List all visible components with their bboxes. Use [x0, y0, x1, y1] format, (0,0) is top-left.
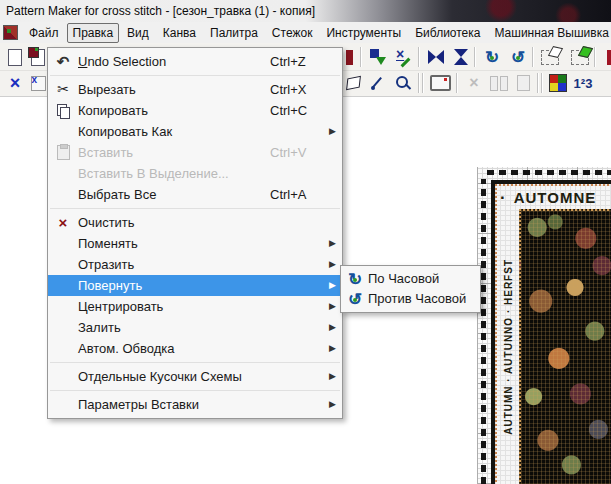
pattern-dot: ·: [500, 189, 507, 206]
menubar-item-file[interactable]: Файл: [23, 23, 65, 43]
rotate-submenu: ↻ По Часовой ↺ Против Часовой: [340, 265, 481, 313]
application-window: Pattern Maker for cross stitch - [сезон_…: [0, 0, 611, 484]
menu-item-cut[interactable]: ✂ Вырезать Ctrl+X: [48, 79, 342, 100]
flip-horizontal-icon[interactable]: [424, 46, 448, 68]
red-x-icon: ×: [53, 212, 73, 233]
pattern-title-band: · AUTOMNE: [500, 187, 611, 208]
fill-selection-color-icon[interactable]: [568, 46, 592, 68]
toolbar-separator: [418, 73, 420, 93]
menu-item-mirror[interactable]: Отразить ▶: [48, 254, 342, 275]
submenu-item-clockwise[interactable]: ↻ По Часовой: [341, 269, 480, 289]
submenu-arrow-icon: ▶: [329, 338, 336, 359]
menu-item-clear[interactable]: × Очистить: [48, 212, 342, 233]
menu-item-fill[interactable]: Залить ▶: [48, 317, 342, 338]
symbols-numbers-icon[interactable]: 1²3: [571, 72, 595, 94]
pattern-title-text: AUTOMNE: [514, 189, 597, 206]
menubar-item-view[interactable]: Вид: [121, 23, 155, 43]
pattern-side-text: AUTUMN · AUTUNNO · HERFST: [503, 259, 514, 435]
edit-menu: ↶ Undo Selection Ctrl+Z ✂ Вырезать Ctrl+…: [47, 47, 343, 419]
paste-icon: [53, 142, 73, 163]
rotate-counterclockwise-icon: ↺: [345, 290, 365, 308]
pattern-left-dashed-stitches: [481, 179, 486, 484]
menu-separator: [50, 75, 340, 76]
submenu-arrow-icon: ▶: [329, 275, 336, 296]
menu-separator: [50, 362, 340, 363]
paint-bucket-icon[interactable]: [341, 72, 365, 94]
menubar-item-palette[interactable]: Палитра: [204, 23, 264, 43]
menu-item-center[interactable]: Центрировать ▶: [48, 296, 342, 317]
submenu-arrow-icon: ▶: [329, 121, 336, 142]
menu-item-auto-outline[interactable]: Автом. Обводка ▶: [48, 338, 342, 359]
toolbar-separator: [532, 47, 534, 67]
menu-item-copy-as[interactable]: Копировать Как ▶: [48, 121, 342, 142]
fill-selection-icon[interactable]: [538, 46, 562, 68]
menu-separator: [50, 208, 340, 209]
menu-item-rotate[interactable]: Повернуть ▶: [48, 275, 342, 296]
full-stitch-icon[interactable]: ×: [3, 72, 27, 94]
menu-item-paste-into-selection: Вставить В Выделение...: [48, 163, 342, 184]
flip-vertical-icon[interactable]: [449, 46, 473, 68]
toolbar-separator: [474, 47, 476, 67]
rotate-clockwise-icon: ↻: [345, 270, 365, 288]
submenu-arrow-icon: ▶: [329, 394, 336, 415]
toolbar-separator: [594, 47, 596, 67]
clipped-toolbar-icon[interactable]: [600, 46, 611, 68]
submenu-arrow-icon: ▶: [329, 317, 336, 338]
rotate-counterclockwise-icon[interactable]: ↺: [506, 46, 530, 68]
menu-item-undo-selection[interactable]: ↶ Undo Selection Ctrl+Z: [48, 51, 342, 72]
paste-region-icon[interactable]: [366, 46, 390, 68]
palette-colors-icon[interactable]: [546, 72, 570, 94]
pattern-frame: · AUTOMNE AUTUMN · AUTUNNO · HERFST: [491, 180, 611, 484]
menu-item-select-all[interactable]: Выбрать Все Ctrl+A: [48, 184, 342, 205]
new-document-icon[interactable]: [3, 46, 27, 68]
pattern-top-dashed-stitches: [487, 170, 611, 175]
submenu-arrow-icon: ▶: [329, 254, 336, 275]
submenu-item-counterclockwise[interactable]: ↺ Против Часовой: [341, 289, 480, 309]
menubar-item-machine-embroidery[interactable]: Машинная Вышивка: [488, 23, 611, 43]
toolbar-separator: [541, 73, 543, 93]
toolbar-separator: [360, 47, 362, 67]
copy-icon: [53, 100, 73, 121]
menu-item-paste: Вставить Ctrl+V: [48, 142, 342, 163]
menubar-item-tools[interactable]: Инструменты: [320, 23, 407, 43]
menu-separator: [50, 390, 340, 391]
pattern-canvas[interactable]: · AUTOMNE AUTUMN · AUTUNNO · HERFST: [477, 167, 611, 484]
zoom-icon[interactable]: [391, 72, 415, 94]
menu-item-swap[interactable]: Поменять ▶: [48, 233, 342, 254]
menubar-item-library[interactable]: Библиотека: [409, 23, 486, 43]
title-bar: Pattern Maker for cross stitch - [сезон_…: [0, 0, 611, 22]
menubar-item-edit[interactable]: Правка: [67, 23, 120, 43]
menu-bar: Файл Правка Вид Канва Палитра Стежок Инс…: [0, 22, 611, 44]
submenu-arrow-icon: ▶: [329, 296, 336, 317]
sewing-machine-icon[interactable]: [428, 72, 452, 94]
eyedropper-icon[interactable]: [366, 72, 390, 94]
child-window-icon[interactable]: [3, 25, 18, 40]
submenu-arrow-icon: ▶: [329, 233, 336, 254]
scissors-icon: ✂: [53, 79, 73, 100]
pattern-design: [519, 209, 611, 484]
undo-icon: ↶: [53, 51, 73, 72]
menubar-item-stitch[interactable]: Стежок: [266, 23, 319, 43]
stitch-disabled-icon[interactable]: ×: [462, 72, 486, 94]
pattern-side-band: AUTUMN · AUTUNNO · HERFST: [498, 209, 519, 484]
menu-item-paste-options[interactable]: Параметры Вставки ▶: [48, 394, 342, 415]
menu-item-copy[interactable]: Копировать Ctrl+C: [48, 100, 342, 121]
toolbar-separator: [456, 73, 458, 93]
rotate-clockwise-icon[interactable]: ↻: [480, 46, 504, 68]
window-title: Pattern Maker for cross stitch - [сезон_…: [0, 0, 611, 22]
assign-stitch-icon[interactable]: ×: [392, 46, 416, 68]
toolbar-separator: [422, 73, 424, 93]
toolbar-separator: [537, 73, 539, 93]
submenu-arrow-icon: ▶: [329, 366, 336, 387]
menu-item-separate-pattern-pieces[interactable]: Отдельные Кусочки Схемы ▶: [48, 366, 342, 387]
two-pages-disabled-icon[interactable]: [487, 72, 511, 94]
toolbar-separator: [418, 47, 420, 67]
document-disabled-icon[interactable]: [511, 72, 535, 94]
menubar-item-canvas[interactable]: Канва: [157, 23, 202, 43]
